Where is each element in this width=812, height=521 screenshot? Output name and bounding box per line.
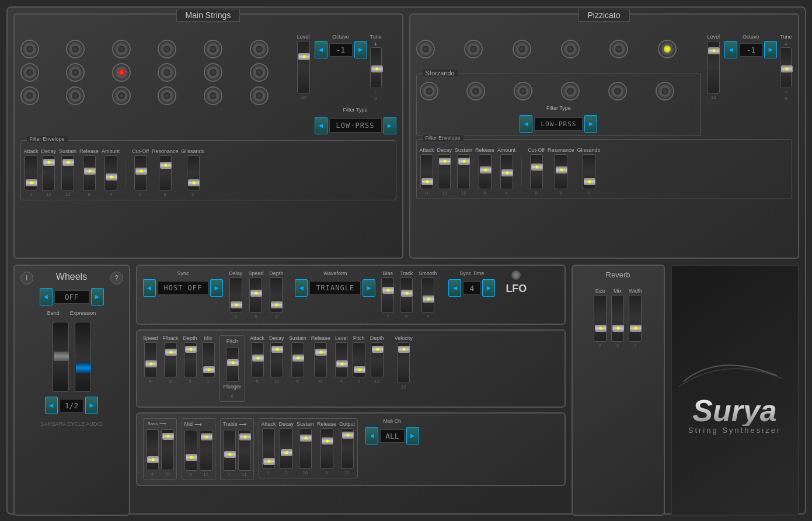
eff-release-thumb[interactable] [315, 349, 327, 356]
lfo-bias-slider[interactable] [381, 277, 394, 312]
lfo-smooth-thumb[interactable] [423, 296, 434, 303]
piz-cutoff-slider[interactable] [530, 154, 543, 189]
wheels-off-left[interactable]: ◄ [40, 288, 53, 305]
eff-pitch2-slider[interactable] [353, 342, 365, 377]
reverb-mix-thumb[interactable] [612, 325, 624, 332]
eff-attack-slider[interactable] [251, 342, 264, 377]
eff-depth2-thumb[interactable] [372, 346, 384, 353]
bend-slider[interactable] [53, 322, 69, 392]
attack-slider[interactable] [25, 155, 37, 190]
eff-decay-slider[interactable] [270, 342, 283, 377]
mid-slider1[interactable] [184, 430, 197, 471]
expression-thumb[interactable] [76, 363, 91, 373]
midi-ch-right[interactable]: ► [406, 427, 419, 444]
sforzando-filter-right[interactable]: ► [584, 115, 597, 133]
resonance-thumb[interactable] [160, 162, 172, 169]
piz-release-slider[interactable] [479, 154, 492, 189]
reverb-width-slider[interactable] [629, 295, 642, 342]
half-right[interactable]: ► [85, 397, 98, 414]
piz-glissando-thumb[interactable] [584, 178, 595, 185]
lfo-sync-time-left[interactable]: ◄ [448, 279, 461, 297]
lfo-depth-slider[interactable] [270, 277, 283, 312]
piz-octave-right[interactable]: ► [764, 41, 777, 58]
pitch-slider[interactable] [226, 347, 239, 382]
piz-amount-slider[interactable] [500, 154, 513, 189]
bass-thumb2[interactable] [162, 433, 174, 440]
treble-slider1[interactable] [223, 430, 236, 471]
sustain-slider[interactable] [61, 155, 74, 190]
velocity-slider[interactable] [397, 342, 410, 383]
piz-tune-thumb[interactable] [781, 65, 793, 72]
level-slider[interactable] [297, 41, 310, 93]
eff-mix-slider[interactable] [202, 342, 215, 377]
eff-decay-thumb[interactable] [271, 346, 283, 353]
eq-decay-thumb[interactable] [281, 449, 292, 456]
amount-slider[interactable] [104, 155, 117, 190]
wheels-off-right[interactable]: ► [91, 288, 104, 305]
piz-level-thumb[interactable] [708, 47, 720, 54]
lfo-wave-left[interactable]: ◄ [295, 279, 308, 297]
sforzando-filter-left[interactable]: ◄ [520, 115, 532, 133]
filter-left-btn[interactable]: ◄ [315, 117, 327, 134]
lfo-speed-slider[interactable] [249, 277, 262, 312]
piz-release-thumb[interactable] [480, 166, 492, 173]
cutoff-thumb[interactable] [135, 168, 147, 175]
help-button[interactable]: ? [110, 272, 123, 284]
eff-release-slider[interactable] [314, 342, 327, 377]
velocity-thumb[interactable] [398, 346, 410, 353]
lfo-depth-thumb[interactable] [271, 301, 283, 308]
treble-thumb1[interactable] [224, 451, 236, 458]
half-left[interactable]: ◄ [45, 397, 58, 414]
tune-thumb[interactable] [371, 65, 383, 72]
lfo-delay-thumb[interactable] [231, 301, 242, 308]
sustain-thumb[interactable] [62, 159, 74, 166]
bass-slider2[interactable] [161, 429, 174, 470]
lfo-sync-left[interactable]: ◄ [143, 279, 156, 297]
eq-attack-thumb[interactable] [263, 458, 275, 465]
treble-thumb2[interactable] [239, 433, 251, 440]
reverb-mix-slider[interactable] [611, 295, 624, 342]
piz-attack-thumb[interactable] [421, 178, 433, 185]
piz-sustain-thumb[interactable] [458, 158, 470, 165]
info-button[interactable]: i [20, 272, 33, 284]
lfo-delay-slider[interactable] [229, 277, 242, 312]
resonance-slider[interactable] [159, 155, 172, 190]
lfo-sync-time-right[interactable]: ► [482, 279, 495, 297]
attack-thumb[interactable] [26, 179, 37, 186]
piz-cutoff-thumb[interactable] [531, 164, 543, 171]
piz-decay-thumb[interactable] [439, 158, 451, 165]
lfo-speed-thumb[interactable] [250, 290, 262, 297]
piz-glissando-slider[interactable] [583, 154, 595, 189]
piz-tune-slider[interactable] [780, 47, 792, 88]
lfo-smooth-slider[interactable] [421, 277, 434, 312]
eq-release-slider[interactable] [320, 428, 333, 469]
mid-thumb2[interactable] [201, 433, 212, 440]
tune-slider[interactable] [370, 47, 382, 88]
eff-speed-thumb[interactable] [145, 360, 157, 367]
decay-thumb[interactable] [43, 159, 55, 166]
lfo-sync-right[interactable]: ► [210, 279, 223, 297]
piz-decay-slider[interactable] [438, 154, 451, 189]
bass-slider1[interactable] [146, 429, 159, 470]
piz-octave-left[interactable]: ◄ [724, 41, 737, 58]
glissando-thumb[interactable] [188, 179, 200, 186]
eff-pitch2-thumb[interactable] [354, 366, 365, 373]
eff-speed-slider[interactable] [144, 342, 157, 377]
eq-output-slider[interactable] [341, 428, 354, 469]
midi-ch-left[interactable]: ◄ [365, 427, 378, 444]
eff-depth-slider[interactable] [184, 342, 197, 377]
piz-level-slider[interactable] [707, 41, 720, 93]
amount-thumb[interactable] [106, 173, 117, 180]
eff-level-slider[interactable] [335, 342, 348, 377]
eff-attack-thumb[interactable] [252, 355, 264, 362]
eff-fback-thumb[interactable] [165, 349, 177, 356]
mid-thumb1[interactable] [186, 454, 197, 461]
reverb-size-slider[interactable] [594, 295, 607, 342]
piz-sustain-slider[interactable] [457, 154, 470, 189]
eq-sustain-thumb[interactable] [300, 435, 312, 442]
bend-thumb[interactable] [54, 352, 69, 361]
eq-decay-slider[interactable] [280, 428, 292, 469]
bass-thumb1[interactable] [147, 456, 159, 463]
level-thumb[interactable] [298, 53, 310, 60]
pitch-thumb[interactable] [227, 359, 239, 366]
